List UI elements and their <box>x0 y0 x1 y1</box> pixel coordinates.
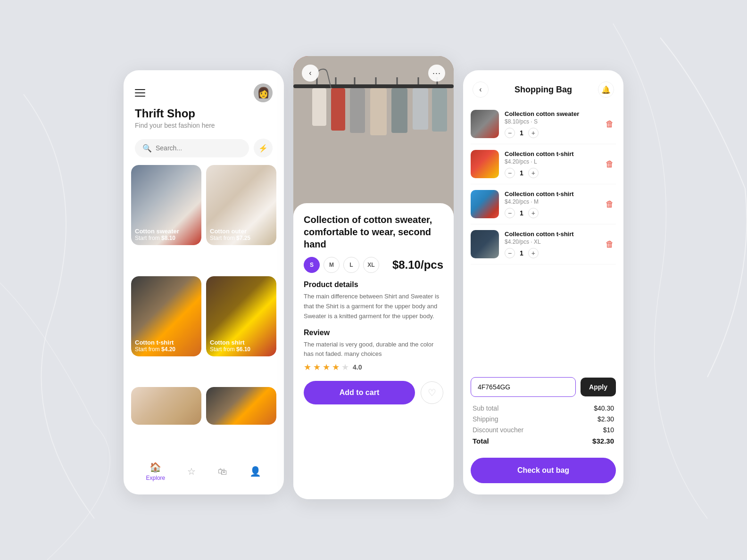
coupon-input[interactable] <box>471 377 576 397</box>
item-4-name: Collection cotton t-shirt <box>505 231 598 238</box>
product-card-4[interactable]: Cotton shirt Start from $6.10 <box>206 276 276 356</box>
item-1-qty: − 1 + <box>505 128 598 138</box>
product-content: Collection of cotton sweater, comfortabl… <box>293 203 454 499</box>
subtotal-row: Sub total $40.30 <box>473 404 614 412</box>
svg-rect-1 <box>293 84 454 88</box>
item-4-qty: − 1 + <box>505 248 598 258</box>
item-3-image <box>471 190 499 218</box>
subtotal-value: $40.30 <box>594 404 614 412</box>
filter-button[interactable]: ⚡ <box>254 139 273 157</box>
bag-item-2: Collection cotton t-shirt $4.20/pcs · L … <box>471 144 616 184</box>
svg-rect-3 <box>312 88 326 126</box>
item-1-image <box>471 110 499 138</box>
avatar[interactable]: 👩 <box>254 83 273 102</box>
svg-rect-9 <box>370 88 387 135</box>
svg-rect-11 <box>391 88 407 133</box>
size-s[interactable]: S <box>304 257 320 273</box>
item-3-price: $4.20/pcs · M <box>505 198 598 205</box>
add-to-cart-button[interactable]: Add to cart <box>304 381 415 404</box>
item-4-image <box>471 230 499 258</box>
item-4-plus[interactable]: + <box>528 248 539 258</box>
item-2-delete[interactable]: 🗑 <box>604 157 616 171</box>
bag-back-button[interactable]: ‹ <box>473 82 489 98</box>
menu-icon[interactable] <box>135 89 145 97</box>
product-back-button[interactable]: ‹ <box>302 65 319 82</box>
nav-bag[interactable]: 🛍 <box>218 466 227 477</box>
search-input[interactable] <box>156 144 241 152</box>
star-4: ★ <box>332 362 340 372</box>
item-2-price: $4.20/pcs · L <box>505 158 598 165</box>
nav-explore[interactable]: 🏠 Explore <box>146 461 166 481</box>
coupon-row: Apply <box>463 371 623 402</box>
item-3-delete[interactable]: 🗑 <box>604 198 616 211</box>
nav-favorites[interactable]: ☆ <box>187 466 196 477</box>
checkout-button[interactable]: Check out bag <box>471 458 616 483</box>
wishlist-button[interactable]: ♡ <box>421 381 443 404</box>
product-more-button[interactable]: ··· <box>428 65 445 82</box>
item-2-plus[interactable]: + <box>528 168 539 178</box>
item-2-qty-val: 1 <box>520 169 523 177</box>
star-2: ★ <box>313 362 321 372</box>
product-hero: ‹ ··· <box>293 56 454 216</box>
item-1-minus[interactable]: − <box>505 128 515 138</box>
item-1-delete[interactable]: 🗑 <box>604 117 616 131</box>
house-icon: 🏠 <box>149 461 161 473</box>
size-m[interactable]: M <box>324 257 340 273</box>
product-card-3[interactable]: Cotton t-shirt Start from $4.20 <box>131 276 201 356</box>
item-2-minus[interactable]: − <box>505 168 515 178</box>
screen-product: ‹ ··· Collection of cotton sweater, comf… <box>293 56 454 499</box>
item-3-name: Collection cotton t-shirt <box>505 190 598 198</box>
total-row: Total $32.30 <box>473 437 614 445</box>
item-1-info: Collection cotton sweater $8.10/pcs · S … <box>505 110 598 138</box>
item-1-plus[interactable]: + <box>528 128 539 138</box>
item-3-minus[interactable]: − <box>505 208 515 218</box>
review-title: Review <box>304 329 443 337</box>
discount-value: $10 <box>603 426 614 434</box>
bag-title: Shopping Bag <box>515 85 572 95</box>
item-4-qty-val: 1 <box>520 249 523 257</box>
item-4-delete[interactable]: 🗑 <box>604 238 616 251</box>
rating-stars: ★ ★ ★ ★ ★ 4.0 <box>304 362 443 372</box>
shipping-value: $2.30 <box>598 415 614 423</box>
item-2-image <box>471 150 499 178</box>
bag-item-1: Collection cotton sweater $8.10/pcs · S … <box>471 104 616 144</box>
nav-profile[interactable]: 👤 <box>249 466 261 477</box>
item-4-minus[interactable]: − <box>505 248 515 258</box>
size-xl[interactable]: XL <box>363 257 379 273</box>
shipping-row: Shipping $2.30 <box>473 415 614 423</box>
item-1-name: Collection cotton sweater <box>505 110 598 117</box>
product-card-6[interactable] <box>206 387 276 425</box>
star-1: ★ <box>304 362 311 372</box>
bag-header: ‹ Shopping Bag 🔔 <box>463 70 623 104</box>
product-description: The main difference between Shirt and Sw… <box>304 292 443 321</box>
home-header: 👩 <box>124 70 284 107</box>
size-l[interactable]: L <box>343 257 359 273</box>
filter-icon: ⚡ <box>258 144 268 153</box>
product-title: Collection of cotton sweater, comfortabl… <box>304 214 443 250</box>
product-hero-image <box>293 56 454 216</box>
total-value: $32.30 <box>592 437 614 445</box>
order-summary: Sub total $40.30 Shipping $2.30 Discount… <box>463 402 623 455</box>
bag-icon: 🛍 <box>218 466 227 477</box>
item-2-info: Collection cotton t-shirt $4.20/pcs · L … <box>505 150 598 178</box>
item-3-qty-val: 1 <box>520 209 523 217</box>
item-3-plus[interactable]: + <box>528 208 539 218</box>
product-grid: Cotton sweater Start from $8.10 Cotton o… <box>124 165 284 451</box>
item-1-qty-val: 1 <box>520 129 523 137</box>
search-box[interactable]: 🔍 <box>135 139 249 157</box>
item-3-qty: − 1 + <box>505 208 598 218</box>
card-4-label: Cotton shirt Start from $6.10 <box>210 339 250 353</box>
search-row: 🔍 ⚡ <box>124 134 284 165</box>
review-text: The material is very good, durable and t… <box>304 340 443 358</box>
app-subtitle: Find your best fashion here <box>135 122 273 129</box>
product-card-2[interactable]: Cotton outer Start from $7.25 <box>206 165 276 245</box>
svg-rect-7 <box>350 88 365 133</box>
apply-coupon-button[interactable]: Apply <box>581 378 616 396</box>
discount-row: Discount voucher $10 <box>473 426 614 434</box>
screens-container: 👩 Thrift Shop Find your best fashion her… <box>124 61 623 499</box>
bell-button[interactable]: 🔔 <box>598 82 614 98</box>
app-title: Thrift Shop <box>135 107 273 120</box>
star-icon: ☆ <box>187 466 196 477</box>
product-card-5[interactable] <box>131 387 201 425</box>
product-card-1[interactable]: Cotton sweater Start from $8.10 <box>131 165 201 245</box>
